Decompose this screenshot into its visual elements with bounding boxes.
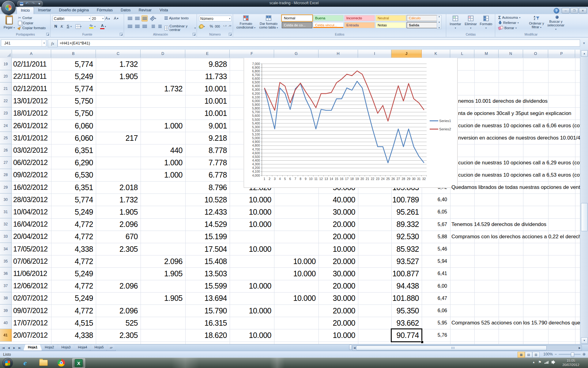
cell-J35[interactable]: 93.527: [391, 255, 422, 267]
comma-style-button[interactable]: 000: [214, 23, 221, 29]
cell-B32[interactable]: 4,772: [51, 218, 96, 231]
horizontal-scroll-thumb[interactable]: [356, 346, 547, 350]
conditional-formatting-button[interactable]: Formato condicional ▾: [236, 15, 256, 30]
zoom-in-icon[interactable]: ⊕: [582, 352, 586, 356]
autosum-button[interactable]: ΣAutosuma ▾: [497, 15, 521, 20]
cell-A24[interactable]: 26/01/2012: [12, 120, 51, 132]
cell-A27[interactable]: 06/02/2012: [12, 157, 51, 169]
page-break-view-icon[interactable]: ▥: [532, 352, 540, 358]
comment-row-32[interactable]: Tenemos 14.529 derechos de dividendos: [451, 218, 580, 231]
cell-F32[interactable]: 10.000: [230, 218, 274, 231]
cell-A32[interactable]: 16/04/2012: [12, 218, 51, 231]
underline-button[interactable]: S: [65, 23, 71, 29]
cell-E37[interactable]: 15.599: [185, 280, 230, 292]
cell-E22[interactable]: 10.001: [185, 95, 230, 107]
row-header-40[interactable]: 40: [0, 317, 12, 329]
cell-E26[interactable]: 8.778: [185, 144, 230, 156]
cell-E24[interactable]: 9.001: [185, 120, 230, 132]
cell-F41[interactable]: 10.000: [230, 329, 274, 341]
fill-color-button[interactable]: [88, 23, 94, 29]
delete-cells-button[interactable]: Eliminar▾: [464, 15, 478, 30]
column-header-I[interactable]: I: [358, 50, 391, 58]
prev-sheet-icon[interactable]: ◀: [6, 345, 11, 350]
fill-handle[interactable]: [421, 341, 424, 343]
sheet-tab-hoja2[interactable]: Hoja2: [40, 344, 58, 351]
row-header-22[interactable]: 22: [0, 95, 12, 107]
row-header-25[interactable]: 25: [0, 132, 12, 144]
cell-E39[interactable]: 15.790: [185, 305, 230, 317]
ribbon-tab-revisar[interactable]: Revisar: [135, 7, 156, 14]
cell-B33[interactable]: 4,772: [51, 231, 96, 243]
percent-style-button[interactable]: %: [208, 23, 214, 29]
cell-F37[interactable]: 10.000: [230, 280, 274, 292]
orientation-icon[interactable]: ▾: [150, 15, 156, 21]
cell-C25[interactable]: 217: [96, 132, 141, 144]
cell-H37[interactable]: 20.000: [318, 280, 358, 292]
number-dialog-launcher[interactable]: [229, 33, 232, 36]
cell-H36[interactable]: 30.000: [318, 267, 358, 280]
wrap-text-button[interactable]: Ajustar texto: [164, 16, 190, 20]
font-dialog-launcher[interactable]: [120, 33, 123, 36]
cell-B31[interactable]: 5,249: [51, 206, 96, 218]
merge-center-button[interactable]: Combinar y centrar ▾: [164, 24, 197, 32]
format-cells-button[interactable]: Formato▾: [479, 15, 493, 30]
tray-show-hidden-icon[interactable]: ▲: [532, 361, 535, 364]
cell-E32[interactable]: 14.529: [185, 218, 230, 231]
select-all-corner[interactable]: [0, 50, 12, 58]
cell-K38[interactable]: 6,47: [422, 292, 450, 305]
column-header-B[interactable]: B: [51, 50, 96, 58]
column-header-L[interactable]: L: [450, 50, 474, 58]
taskbar-excel-icon[interactable]: X: [72, 358, 85, 368]
taskbar-chrome-icon[interactable]: [55, 358, 67, 367]
row-header-34[interactable]: 34: [0, 243, 12, 255]
cell-J31[interactable]: 95.261: [391, 206, 422, 218]
cell-E20[interactable]: 11.733: [185, 70, 230, 82]
column-header-K[interactable]: K: [422, 50, 450, 58]
restore-button[interactable]: ❐: [570, 8, 578, 13]
alignment-dialog-launcher[interactable]: [193, 33, 196, 36]
cell-C37[interactable]: 2.096: [96, 280, 141, 292]
taskbar-explorer-icon[interactable]: [37, 358, 50, 367]
number-format-select[interactable]: Número▾: [199, 16, 232, 21]
cell-B27[interactable]: 6,290: [51, 157, 96, 169]
row-header-21[interactable]: 21: [0, 82, 12, 95]
cell-A33[interactable]: 20/04/2012: [12, 231, 51, 243]
column-header-P[interactable]: P: [548, 50, 575, 58]
cell-E33[interactable]: 15.199: [185, 231, 230, 243]
comment-row-28[interactable]: cucion de nuestras 10 opciones call a 6,…: [458, 169, 580, 181]
bold-button[interactable]: N: [53, 23, 59, 29]
row-header-41[interactable]: 41: [0, 329, 12, 341]
cell-K31[interactable]: 6,05: [422, 206, 450, 218]
cell-A20[interactable]: 22/11/2011: [12, 70, 51, 82]
column-header-G[interactable]: G: [274, 50, 318, 58]
column-header-D[interactable]: D: [141, 50, 185, 58]
decrease-decimal-icon[interactable]: ·⁰⁰: [227, 23, 233, 29]
cell-style-celda-vincul-[interactable]: Celda vincul...: [313, 22, 344, 28]
comment-row-29[interactable]: Quedamos librados de todas nuestras opci…: [451, 181, 580, 194]
cell-K37[interactable]: 6,00: [422, 280, 450, 292]
cell-A37[interactable]: 12/06/2012: [12, 280, 51, 292]
cell-A30[interactable]: 28/03/2012: [12, 194, 51, 206]
cell-A34[interactable]: 17/05/2012: [12, 243, 51, 255]
cell-D24[interactable]: 1.000: [141, 120, 185, 132]
underline-caret[interactable]: ▾: [70, 25, 72, 28]
cell-A36[interactable]: 11/06/2012: [12, 267, 51, 280]
cell-H39[interactable]: 20.000: [318, 305, 358, 317]
cell-J39[interactable]: 95.350: [391, 305, 422, 317]
cell-B38[interactable]: 5,249: [51, 292, 96, 305]
customize-qat-icon[interactable]: ▾: [38, 2, 40, 6]
cell-A28[interactable]: 09/02/2012: [12, 169, 51, 181]
cell-B40[interactable]: 4,515: [51, 317, 96, 329]
comment-row-23[interactable]: nta de opciones 30call y 35put según exp…: [458, 107, 580, 120]
cell-style-notas[interactable]: Notas: [375, 22, 406, 28]
cell-style-incorrecto[interactable]: Incorrecto: [344, 15, 375, 21]
font-size-select[interactable]: 20▾: [91, 16, 105, 21]
column-header-C[interactable]: C: [96, 50, 141, 58]
clipboard-dialog-launcher[interactable]: [46, 33, 49, 36]
redo-icon[interactable]: ↷▾: [32, 2, 36, 6]
align-right-icon[interactable]: [141, 23, 148, 29]
cell-C34[interactable]: 2.305: [96, 243, 141, 255]
scroll-right-icon[interactable]: ▶: [577, 345, 582, 350]
cell-E19[interactable]: 9.828: [185, 58, 230, 70]
next-sheet-icon[interactable]: ▶: [12, 345, 17, 350]
